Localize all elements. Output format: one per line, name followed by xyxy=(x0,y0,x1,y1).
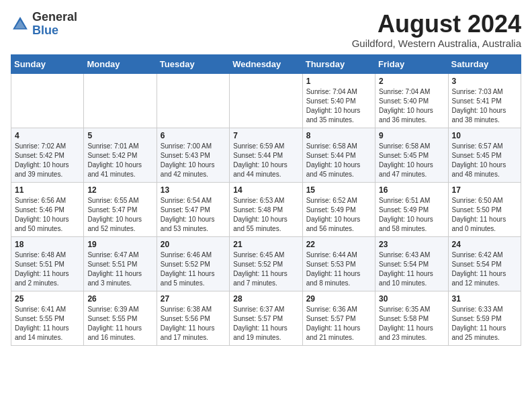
logo: General Blue xyxy=(11,11,77,38)
day-number: 26 xyxy=(87,294,152,304)
logo-text: General Blue xyxy=(32,11,77,38)
day-of-week-header: Monday xyxy=(84,54,157,73)
day-of-week-header: Sunday xyxy=(11,54,84,73)
day-of-week-header: Tuesday xyxy=(157,54,229,73)
day-number: 31 xyxy=(452,294,517,304)
calendar-cell: 26Sunrise: 6:39 AM Sunset: 5:55 PM Dayli… xyxy=(84,291,157,345)
day-number: 24 xyxy=(452,240,517,249)
calendar-cell: 15Sunrise: 6:52 AM Sunset: 5:49 PM Dayli… xyxy=(302,182,375,236)
calendar-cell: 19Sunrise: 6:47 AM Sunset: 5:51 PM Dayli… xyxy=(84,236,157,291)
calendar-cell: 22Sunrise: 6:44 AM Sunset: 5:53 PM Dayli… xyxy=(302,236,375,291)
day-number: 20 xyxy=(161,240,226,249)
calendar-cell: 9Sunrise: 6:58 AM Sunset: 5:45 PM Daylig… xyxy=(375,128,448,182)
day-of-week-header: Thursday xyxy=(302,54,375,73)
calendar-week-row: 4Sunrise: 7:02 AM Sunset: 5:42 PM Daylig… xyxy=(11,128,521,182)
day-number: 7 xyxy=(233,131,298,140)
day-content: Sunrise: 6:58 AM Sunset: 5:45 PM Dayligh… xyxy=(379,142,444,179)
day-number: 22 xyxy=(306,240,371,249)
calendar-cell: 4Sunrise: 7:02 AM Sunset: 5:42 PM Daylig… xyxy=(11,128,84,182)
day-content: Sunrise: 6:55 AM Sunset: 5:47 PM Dayligh… xyxy=(87,196,152,234)
day-of-week-header: Friday xyxy=(375,54,448,73)
day-number: 14 xyxy=(233,185,298,195)
day-content: Sunrise: 6:50 AM Sunset: 5:50 PM Dayligh… xyxy=(452,196,517,234)
calendar-cell: 5Sunrise: 7:01 AM Sunset: 5:42 PM Daylig… xyxy=(84,128,157,182)
day-content: Sunrise: 7:03 AM Sunset: 5:41 PM Dayligh… xyxy=(452,87,517,125)
day-content: Sunrise: 6:52 AM Sunset: 5:49 PM Dayligh… xyxy=(306,196,371,234)
calendar-cell: 13Sunrise: 6:54 AM Sunset: 5:47 PM Dayli… xyxy=(157,182,229,236)
day-content: Sunrise: 6:37 AM Sunset: 5:57 PM Dayligh… xyxy=(233,305,298,342)
day-number: 15 xyxy=(306,185,371,195)
day-content: Sunrise: 6:54 AM Sunset: 5:47 PM Dayligh… xyxy=(161,196,226,234)
calendar-cell: 11Sunrise: 6:56 AM Sunset: 5:46 PM Dayli… xyxy=(11,182,84,236)
calendar-cell: 7Sunrise: 6:59 AM Sunset: 5:44 PM Daylig… xyxy=(230,128,302,182)
day-content: Sunrise: 6:45 AM Sunset: 5:52 PM Dayligh… xyxy=(233,250,298,288)
calendar-cell: 28Sunrise: 6:37 AM Sunset: 5:57 PM Dayli… xyxy=(230,291,302,345)
calendar-week-row: 11Sunrise: 6:56 AM Sunset: 5:46 PM Dayli… xyxy=(11,182,521,236)
day-content: Sunrise: 6:43 AM Sunset: 5:54 PM Dayligh… xyxy=(379,250,444,288)
calendar-cell: 6Sunrise: 7:00 AM Sunset: 5:43 PM Daylig… xyxy=(157,128,229,182)
calendar-cell: 3Sunrise: 7:03 AM Sunset: 5:41 PM Daylig… xyxy=(448,73,521,128)
day-content: Sunrise: 6:41 AM Sunset: 5:55 PM Dayligh… xyxy=(15,305,80,342)
calendar-cell: 20Sunrise: 6:46 AM Sunset: 5:52 PM Dayli… xyxy=(157,236,229,291)
day-content: Sunrise: 6:48 AM Sunset: 5:51 PM Dayligh… xyxy=(15,250,80,288)
calendar-cell: 8Sunrise: 6:58 AM Sunset: 5:44 PM Daylig… xyxy=(302,128,375,182)
day-number: 11 xyxy=(15,185,80,195)
day-number: 29 xyxy=(306,294,371,304)
day-number: 5 xyxy=(87,131,152,140)
day-number: 19 xyxy=(87,240,152,249)
calendar-cell: 25Sunrise: 6:41 AM Sunset: 5:55 PM Dayli… xyxy=(11,291,84,345)
day-of-week-header: Wednesday xyxy=(230,54,302,73)
day-content: Sunrise: 6:47 AM Sunset: 5:51 PM Dayligh… xyxy=(87,250,152,288)
day-number: 21 xyxy=(233,240,298,249)
location-subtitle: Guildford, Western Australia, Australia xyxy=(352,38,521,49)
calendar-header-row: SundayMondayTuesdayWednesdayThursdayFrid… xyxy=(11,54,521,73)
calendar-cell xyxy=(157,73,229,128)
day-content: Sunrise: 6:44 AM Sunset: 5:53 PM Dayligh… xyxy=(306,250,371,288)
page-header: General Blue August 2024 Guildford, West… xyxy=(11,11,521,49)
day-content: Sunrise: 7:04 AM Sunset: 5:40 PM Dayligh… xyxy=(306,87,371,125)
day-of-week-header: Saturday xyxy=(448,54,521,73)
title-block: August 2024 Guildford, Western Australia… xyxy=(352,11,521,49)
day-number: 13 xyxy=(161,185,226,195)
day-content: Sunrise: 6:53 AM Sunset: 5:48 PM Dayligh… xyxy=(233,196,298,234)
calendar-cell: 24Sunrise: 6:42 AM Sunset: 5:54 PM Dayli… xyxy=(448,236,521,291)
day-content: Sunrise: 6:56 AM Sunset: 5:46 PM Dayligh… xyxy=(15,196,80,234)
calendar-cell xyxy=(11,73,84,128)
day-number: 28 xyxy=(233,294,298,304)
month-year-title: August 2024 xyxy=(352,11,521,38)
calendar-cell: 23Sunrise: 6:43 AM Sunset: 5:54 PM Dayli… xyxy=(375,236,448,291)
day-number: 17 xyxy=(452,185,517,195)
calendar-cell: 31Sunrise: 6:33 AM Sunset: 5:59 PM Dayli… xyxy=(448,291,521,345)
day-number: 12 xyxy=(87,185,152,195)
calendar-table: SundayMondayTuesdayWednesdayThursdayFrid… xyxy=(11,54,521,346)
calendar-cell: 12Sunrise: 6:55 AM Sunset: 5:47 PM Dayli… xyxy=(84,182,157,236)
day-content: Sunrise: 6:35 AM Sunset: 5:58 PM Dayligh… xyxy=(379,305,444,342)
calendar-cell: 10Sunrise: 6:57 AM Sunset: 5:45 PM Dayli… xyxy=(448,128,521,182)
day-number: 27 xyxy=(161,294,226,304)
day-content: Sunrise: 7:04 AM Sunset: 5:40 PM Dayligh… xyxy=(379,87,444,125)
day-content: Sunrise: 6:33 AM Sunset: 5:59 PM Dayligh… xyxy=(452,305,517,342)
calendar-cell: 17Sunrise: 6:50 AM Sunset: 5:50 PM Dayli… xyxy=(448,182,521,236)
day-content: Sunrise: 6:51 AM Sunset: 5:49 PM Dayligh… xyxy=(379,196,444,234)
day-number: 18 xyxy=(15,240,80,249)
calendar-cell: 18Sunrise: 6:48 AM Sunset: 5:51 PM Dayli… xyxy=(11,236,84,291)
day-content: Sunrise: 6:36 AM Sunset: 5:57 PM Dayligh… xyxy=(306,305,371,342)
logo-general: General xyxy=(32,10,77,24)
day-content: Sunrise: 6:46 AM Sunset: 5:52 PM Dayligh… xyxy=(161,250,226,288)
calendar-cell: 16Sunrise: 6:51 AM Sunset: 5:49 PM Dayli… xyxy=(375,182,448,236)
day-content: Sunrise: 6:57 AM Sunset: 5:45 PM Dayligh… xyxy=(452,142,517,179)
logo-icon xyxy=(11,15,30,34)
day-number: 1 xyxy=(306,77,371,86)
logo-blue: Blue xyxy=(32,24,58,37)
day-number: 3 xyxy=(452,77,517,86)
calendar-week-row: 18Sunrise: 6:48 AM Sunset: 5:51 PM Dayli… xyxy=(11,236,521,291)
day-content: Sunrise: 6:42 AM Sunset: 5:54 PM Dayligh… xyxy=(452,250,517,288)
calendar-cell: 14Sunrise: 6:53 AM Sunset: 5:48 PM Dayli… xyxy=(230,182,302,236)
day-number: 6 xyxy=(161,131,226,140)
day-number: 16 xyxy=(379,185,444,195)
calendar-cell: 1Sunrise: 7:04 AM Sunset: 5:40 PM Daylig… xyxy=(302,73,375,128)
day-content: Sunrise: 6:58 AM Sunset: 5:44 PM Dayligh… xyxy=(306,142,371,179)
day-number: 2 xyxy=(379,77,444,86)
day-number: 10 xyxy=(452,131,517,140)
day-content: Sunrise: 6:38 AM Sunset: 5:56 PM Dayligh… xyxy=(161,305,226,342)
